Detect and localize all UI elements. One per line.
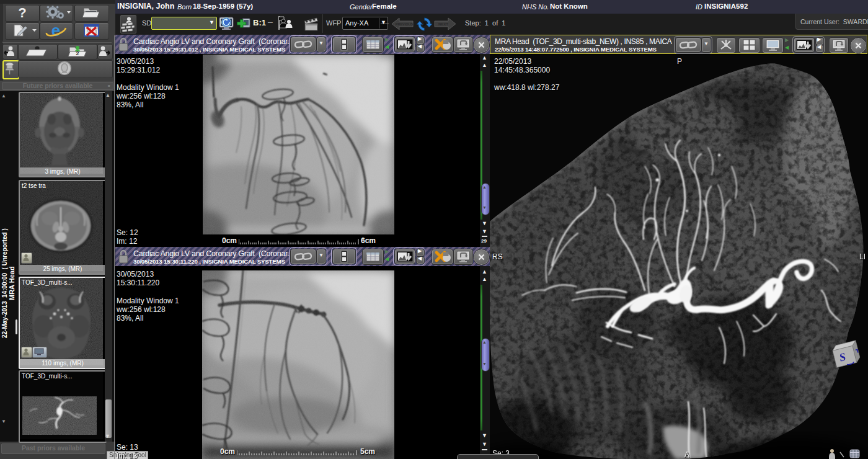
svg-text:2: 2	[76, 50, 79, 56]
svg-text:NEXT: NEXT	[438, 22, 448, 26]
svg-text:PREVIOUS: PREVIOUS	[396, 22, 414, 26]
